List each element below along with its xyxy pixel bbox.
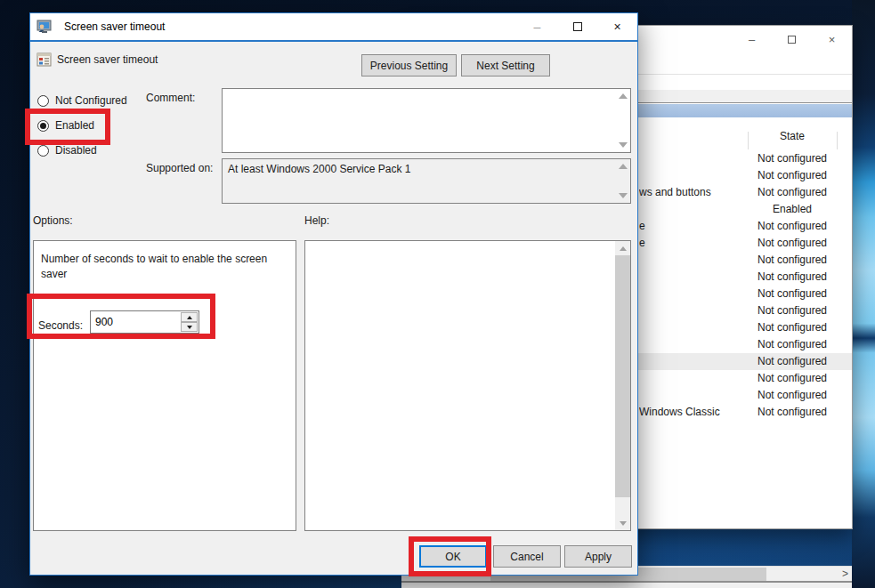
radio-button-icon[interactable] bbox=[37, 95, 49, 107]
policy-state: Not configured bbox=[748, 152, 837, 165]
scroll-down-icon[interactable] bbox=[619, 142, 628, 148]
help-scrollbar[interactable] bbox=[615, 241, 630, 530]
scrollbar-thumb[interactable] bbox=[615, 255, 630, 497]
scroll-down-icon[interactable] bbox=[619, 193, 628, 198]
policy-name: e bbox=[639, 220, 747, 232]
policy-state: Not configured bbox=[748, 270, 837, 283]
radio-label: Not Configured bbox=[55, 94, 127, 107]
group-policy-dialog-icon bbox=[36, 20, 52, 34]
column-separator bbox=[748, 132, 749, 149]
cancel-button[interactable]: Cancel bbox=[493, 545, 561, 568]
comment-label: Comment: bbox=[146, 92, 195, 104]
policy-state: Not configured bbox=[748, 186, 837, 198]
bg-close-button[interactable]: × bbox=[812, 26, 852, 52]
policy-name: e bbox=[639, 237, 747, 249]
policy-state: Not configured bbox=[748, 389, 837, 401]
policy-state: Not configured bbox=[748, 254, 837, 266]
previous-setting-button[interactable]: Previous Setting bbox=[361, 54, 457, 77]
help-label: Help: bbox=[304, 214, 329, 227]
policy-state: Not configured bbox=[748, 372, 837, 384]
wallpaper-light-beams bbox=[852, 0, 875, 588]
options-panel: Number of seconds to wait to enable the … bbox=[33, 240, 296, 531]
help-text bbox=[305, 241, 615, 530]
scroll-down-icon bbox=[620, 521, 627, 526]
options-label: Options: bbox=[33, 214, 73, 227]
dialog-close-button[interactable]: × bbox=[597, 13, 637, 40]
options-description: Number of seconds to wait to enable the … bbox=[41, 252, 288, 282]
scroll-up-icon[interactable] bbox=[619, 164, 628, 169]
column-separator bbox=[837, 132, 838, 149]
scrollbar-down-button[interactable] bbox=[615, 516, 630, 530]
policy-state: Not configured bbox=[748, 169, 837, 181]
policy-name: ws and buttons bbox=[639, 186, 747, 198]
policy-state: Not configured bbox=[748, 287, 837, 300]
titlebar-accent-line bbox=[30, 40, 637, 42]
bg-maximize-button[interactable] bbox=[772, 26, 812, 52]
policy-setting-icon bbox=[36, 52, 52, 67]
apply-button[interactable]: Apply bbox=[564, 545, 632, 568]
column-header-state[interactable]: State bbox=[748, 130, 837, 142]
supported-on-label: Supported on: bbox=[146, 162, 213, 174]
extended-standard-tab-band bbox=[401, 583, 852, 588]
setting-name: Screen saver timeout bbox=[57, 53, 158, 66]
policy-state: Not configured bbox=[748, 338, 837, 350]
dialog-titlebar[interactable]: Screen saver timeout – × bbox=[30, 13, 637, 40]
policy-name: Windows Classic bbox=[639, 406, 747, 418]
radio-button-icon[interactable] bbox=[37, 145, 49, 157]
bg-minimize-button[interactable]: – bbox=[732, 26, 772, 52]
supported-on-field: At least Windows 2000 Service Pack 1 bbox=[222, 158, 631, 204]
policy-state: Not configured bbox=[748, 406, 837, 418]
radio-label: Disabled bbox=[55, 144, 97, 157]
help-panel bbox=[304, 240, 631, 531]
policy-state: Not configured bbox=[748, 237, 837, 249]
policy-state: Not configured bbox=[748, 355, 837, 367]
next-setting-button[interactable]: Next Setting bbox=[461, 54, 550, 77]
maximize-icon bbox=[573, 22, 582, 31]
policy-state: Enabled bbox=[748, 203, 837, 215]
annotation-box-ok-button bbox=[409, 536, 491, 576]
annotation-box-enabled-radio bbox=[25, 109, 110, 145]
setting-header: Screen saver timeout bbox=[30, 52, 158, 67]
scroll-up-icon[interactable] bbox=[619, 93, 628, 99]
hscroll-right-arrow-icon[interactable]: > bbox=[842, 567, 848, 581]
annotation-box-seconds-field bbox=[27, 294, 215, 339]
comment-textarea[interactable] bbox=[222, 88, 631, 153]
policy-state: Not configured bbox=[748, 321, 837, 334]
policy-state: Not configured bbox=[748, 220, 837, 232]
dialog-title: Screen saver timeout bbox=[64, 20, 165, 33]
radio-option[interactable]: Not Configured bbox=[37, 92, 127, 109]
scroll-up-icon bbox=[620, 246, 627, 251]
supported-on-value: At least Windows 2000 Service Pack 1 bbox=[228, 163, 410, 175]
maximize-icon bbox=[788, 36, 796, 44]
dialog-minimize-button[interactable]: – bbox=[517, 13, 557, 40]
policy-state: Not configured bbox=[748, 304, 837, 317]
dialog-maximize-button[interactable] bbox=[557, 13, 597, 40]
scrollbar-up-button[interactable] bbox=[615, 241, 630, 255]
